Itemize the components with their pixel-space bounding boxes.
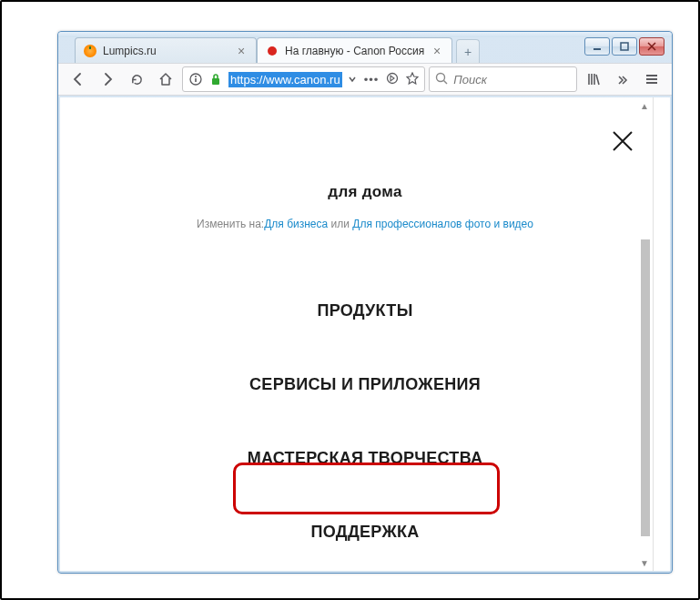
- overflow-icon[interactable]: [610, 66, 635, 92]
- tab-close-icon[interactable]: ×: [234, 44, 249, 58]
- scrollbar-thumb[interactable]: [641, 239, 650, 536]
- switch-or: или: [328, 218, 352, 230]
- back-button[interactable]: [66, 66, 91, 92]
- switch-pro-link[interactable]: Для профессионалов фото и видео: [352, 218, 533, 230]
- search-input[interactable]: [453, 73, 571, 86]
- browser-window: Lumpics.ru × На главную - Canon Россия ×…: [57, 31, 673, 574]
- ellipsis-icon[interactable]: •••: [364, 73, 380, 86]
- audience-switch-line: Изменить на:Для бизнеса или Для професси…: [60, 218, 670, 230]
- search-icon: [435, 72, 448, 87]
- orange-favicon-icon: [83, 44, 97, 58]
- library-icon[interactable]: [581, 66, 606, 92]
- svg-point-3: [195, 76, 197, 77]
- hamburger-menu-icon[interactable]: [639, 66, 664, 92]
- tab-lumpics[interactable]: Lumpics.ru ×: [75, 37, 257, 63]
- bookmark-star-icon[interactable]: [406, 72, 419, 87]
- svg-rect-4: [195, 78, 197, 82]
- scroll-up-arrow-icon[interactable]: ▲: [639, 99, 650, 112]
- switch-business-link[interactable]: Для бизнеса: [264, 218, 328, 230]
- address-right-icons: •••: [348, 72, 420, 87]
- search-bar[interactable]: [429, 66, 577, 92]
- home-button[interactable]: [153, 66, 178, 92]
- tab-strip: Lumpics.ru × На главную - Canon Россия ×…: [58, 36, 672, 63]
- reader-icon[interactable]: [386, 72, 399, 87]
- switch-prefix: Изменить на:: [197, 218, 264, 230]
- menu-services[interactable]: СЕРВИСЫ И ПРИЛОЖЕНИЯ: [213, 362, 517, 407]
- svg-point-6: [388, 73, 398, 83]
- forward-button[interactable]: [95, 66, 120, 92]
- window-close-button[interactable]: [639, 37, 664, 56]
- minimize-button[interactable]: [584, 37, 610, 56]
- tab-close-icon[interactable]: ×: [430, 44, 444, 58]
- url-text: https://www.canon.ru: [228, 72, 342, 87]
- menu-products[interactable]: ПРОДУКТЫ: [280, 289, 449, 333]
- svg-rect-5: [212, 78, 219, 85]
- page-viewport: для дома Изменить на:Для бизнеса или Для…: [60, 97, 670, 571]
- info-icon[interactable]: [188, 72, 203, 86]
- red-dot-favicon-icon: [265, 44, 279, 58]
- tab-title: Lumpics.ru: [103, 45, 228, 57]
- menu-close-button[interactable]: [610, 128, 635, 154]
- toolbar: https://www.canon.ru •••: [58, 63, 672, 96]
- menu-workshop[interactable]: МАСТЕРСКАЯ ТВОРЧЕСТВА: [211, 436, 520, 481]
- new-tab-button[interactable]: +: [456, 39, 480, 63]
- window-controls: [584, 37, 664, 56]
- tab-canon[interactable]: На главную - Canon Россия ×: [257, 37, 452, 63]
- reload-button[interactable]: [124, 66, 149, 92]
- tab-title: На главную - Canon Россия: [285, 45, 424, 57]
- address-bar[interactable]: https://www.canon.ru •••: [182, 66, 425, 92]
- scroll-down-arrow-icon[interactable]: ▼: [639, 556, 650, 569]
- chevron-down-icon[interactable]: [348, 73, 357, 86]
- menu-support[interactable]: ПОДДЕРЖКА: [274, 510, 455, 554]
- lock-icon: [208, 72, 223, 86]
- svg-point-7: [437, 73, 445, 81]
- svg-rect-0: [593, 48, 601, 50]
- page-heading: для дома: [60, 183, 670, 201]
- main-menu: ПРОДУКТЫ СЕРВИСЫ И ПРИЛОЖЕНИЯ МАСТЕРСКАЯ…: [60, 289, 670, 571]
- svg-rect-1: [621, 43, 628, 50]
- maximize-button[interactable]: [612, 37, 637, 56]
